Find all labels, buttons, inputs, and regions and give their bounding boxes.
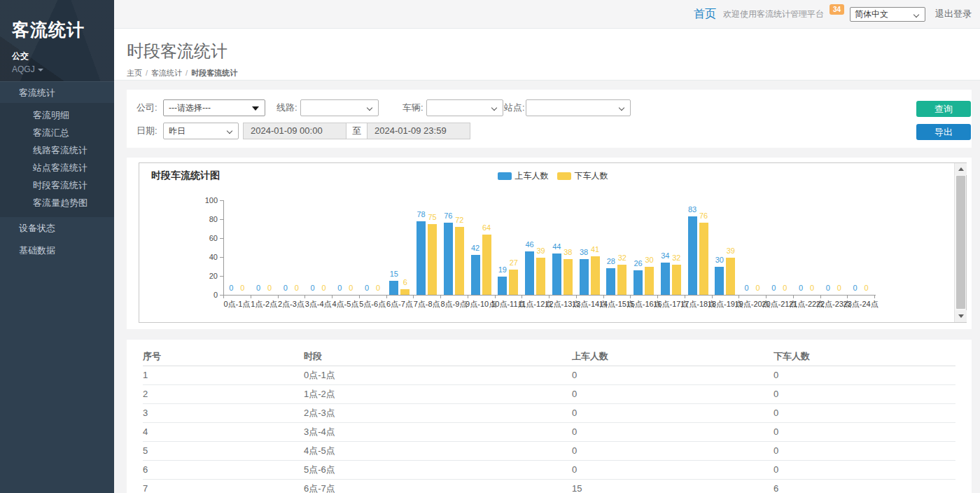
user-name: AQGJ [12,64,35,74]
language-select[interactable]: 简体中文 [850,7,925,22]
sidebar-others: 设备状态基础数据 [0,217,114,262]
bar-下车人数 [617,265,626,295]
y-tick [220,276,223,277]
x-tick [793,296,794,298]
chevron-down-icon [38,69,43,71]
table-cell: 0 [572,423,774,441]
page-header: 时段客流统计 主页/客流统计/时段客流统计 [114,29,980,81]
y-tick [220,200,223,201]
bar-value-label: 15 [384,270,405,278]
vehicle-select[interactable] [426,99,503,116]
sidebar-item-站点客流统计[interactable]: 站点客流统计 [0,159,114,176]
table-cell: 0点-1点 [304,366,572,384]
filter-panel: 公司: ---请选择--- 线路: 车辆: 站点: 日期: 昨日 2024-01… [127,90,972,148]
breadcrumb-item: 时段客流统计 [191,69,237,77]
query-button[interactable]: 查询 [916,101,971,117]
x-tick [304,296,305,298]
x-tick [278,296,279,298]
sidebar-item-设备状态[interactable]: 设备状态 [0,217,114,239]
bar-上车人数 [552,254,561,295]
y-tick-label: 100 [197,196,218,204]
company-select[interactable]: ---请选择--- [163,99,265,116]
x-tick-label: 23点-24点 [839,299,883,310]
user-menu[interactable]: AQGJ [12,64,114,74]
chevron-down-icon [367,105,372,111]
bar-上车人数 [715,267,724,296]
column-header: 下车人数 [774,347,955,366]
chevron-down-icon [619,105,624,111]
bar-下车人数 [400,289,410,295]
bar-下车人数 [509,270,518,295]
table-cell: 0 [774,461,955,479]
breadcrumb-item[interactable]: 客流统计 [151,69,182,77]
table-cell: 0 [572,366,774,384]
table-cell: 15 [572,480,774,493]
topbar: 首页 欢迎使用客流统计管理平台 34 简体中文 退出登录 [114,0,980,29]
sidebar-header: 客流统计 公交 AQGJ [0,0,114,81]
sidebar-item-passenger-stats[interactable]: 客流统计 [0,81,114,103]
scroll-down-icon[interactable] [955,310,967,322]
export-button[interactable]: 导出 [916,124,971,140]
notification-badge: 34 [830,4,844,15]
x-tick [251,296,251,298]
company-label: 公司: [136,99,158,116]
date-start-input[interactable]: 2024-01-09 00:00 [243,123,346,139]
line-label: 线路: [276,99,298,116]
table-cell: 1 [143,366,304,384]
date-join-label: 至 [346,123,368,139]
date-end-input[interactable]: 2024-01-09 23:59 [367,123,470,139]
y-tick-label: 80 [197,215,218,223]
table-cell: 0 [572,385,774,403]
bar-上车人数 [416,221,426,295]
x-tick [576,296,577,298]
y-axis [223,200,224,295]
table-row: 65点-6点00 [143,461,955,480]
sidebar-item-客流汇总[interactable]: 客流汇总 [0,124,114,141]
table-row: 54点-5点00 [143,442,955,461]
y-tick-label: 40 [197,253,218,261]
y-tick [220,219,223,220]
breadcrumb-item[interactable]: 主页 [127,69,142,77]
date-preset-select[interactable]: 昨日 [163,123,239,139]
chart-scrollbar[interactable] [954,163,966,322]
sidebar-item-客流明细[interactable]: 客流明细 [0,106,114,124]
table-cell: 0 [774,385,955,403]
line-select[interactable] [300,99,379,116]
y-tick-label: 20 [197,272,218,280]
bar-value-label: 76 [693,211,714,220]
table-row: 32点-3点00 [143,404,955,423]
table-cell: 5点-6点 [304,461,572,479]
bar-value-label: 6 [395,278,416,286]
breadcrumb-separator: / [146,69,148,77]
chart-box: 时段车流统计图 上车人数下车人数 0204060801000点-1点001点-2… [139,162,967,323]
table-row: 10点-1点00 [143,366,955,385]
sidebar-item-基础数据[interactable]: 基础数据 [0,239,114,262]
bar-上车人数 [444,223,453,295]
sidebar-item-线路客流统计[interactable]: 线路客流统计 [0,141,114,159]
station-select[interactable] [526,99,631,116]
sidebar: 客流统计 公交 AQGJ 客流统计 客流明细客流汇总线路客流统计站点客流统计时段… [0,0,114,493]
sidebar-item-时段客流统计[interactable]: 时段客流统计 [0,176,114,194]
table-cell: 2 [143,385,304,403]
x-tick [685,296,685,298]
result-table: 序号时段上车人数下车人数10点-1点0021点-2点0032点-3点0043点-… [143,347,955,493]
scrollbar-thumb[interactable] [956,176,965,309]
chart-plot: 0204060801000点-1点001点-2点002点-3点003点-4点00… [139,163,951,324]
sidebar-item-客流量趋势图[interactable]: 客流量趋势图 [0,194,114,211]
x-tick [630,296,631,298]
bar-下车人数 [672,265,681,295]
table-cell: 6 [774,480,955,493]
bar-value-label: 32 [666,254,687,262]
bar-下车人数 [536,258,545,295]
logout-link[interactable]: 退出登录 [935,8,972,20]
y-tick-label: 60 [197,234,218,242]
scroll-up-icon[interactable] [955,163,967,175]
table-cell: 0 [774,366,955,384]
bar-上车人数 [661,263,670,295]
home-link[interactable]: 首页 [694,7,716,22]
bar-下车人数 [564,259,573,295]
bar-上车人数 [606,268,615,295]
company-value: ---请选择--- [169,103,211,113]
org-name: 公交 [12,50,114,62]
bar-value-label: 41 [584,245,606,254]
